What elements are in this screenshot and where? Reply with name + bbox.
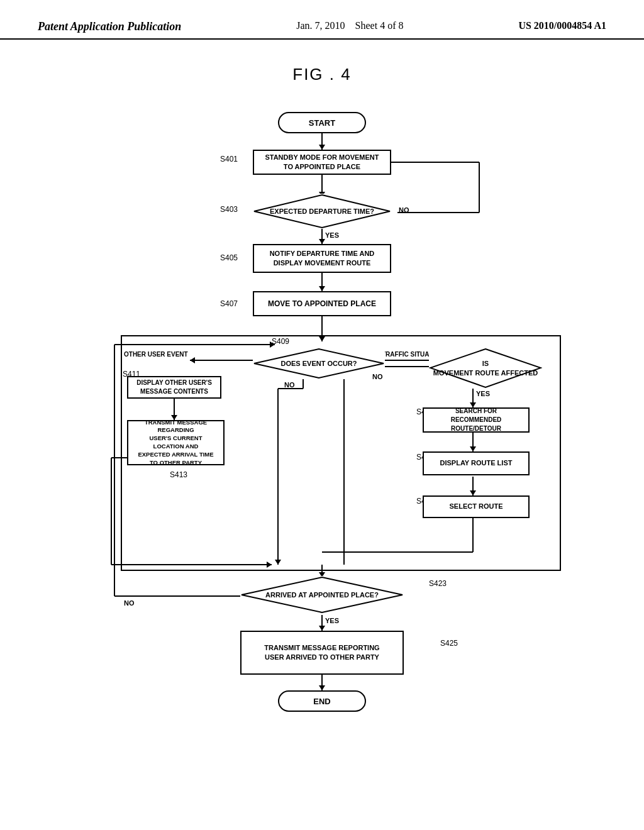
header-center: Jan. 7, 2010 Sheet 4 of 8 xyxy=(296,20,403,31)
page-header: Patent Application Publication Jan. 7, 2… xyxy=(0,0,644,40)
no-label-s423: NO xyxy=(124,599,135,607)
svg-marker-7 xyxy=(319,286,325,291)
s423-node: ARRIVED AT APPOINTED PLACE? xyxy=(240,576,404,614)
flowchart-container: START S401 STANDBY MODE FOR MOVEMENTTO A… xyxy=(64,99,580,822)
yes-label-s415: YES xyxy=(476,390,490,397)
s425-node: TRANSMIT MESSAGE REPORTINGUSER ARRIVED T… xyxy=(240,631,404,675)
publication-label: Patent Application Publication xyxy=(38,20,181,33)
diagram-area: FIG . 4 xyxy=(0,40,644,822)
step-s425-label: S425 xyxy=(440,639,458,648)
svg-marker-5 xyxy=(319,239,325,244)
svg-marker-45 xyxy=(319,626,325,631)
svg-marker-1 xyxy=(319,145,325,150)
other-user-event-label: OTHER USER EVENT xyxy=(124,351,188,358)
step-s409-label: S409 xyxy=(272,337,289,346)
yes-label-s403: YES xyxy=(325,231,339,239)
s421-node: SELECT ROUTE xyxy=(423,495,530,518)
s417-node: SEARCH FOR RECOMMENDEDROUTE/DETOUR xyxy=(423,407,530,433)
date-label: Jan. 7, 2010 xyxy=(296,20,345,31)
start-node: START xyxy=(278,112,366,133)
step-s401-label: S401 xyxy=(220,155,238,163)
s409-node: DOES EVENT OCCUR? xyxy=(253,348,385,379)
no-label-s403: NO xyxy=(399,206,409,214)
yes-label-s423: YES xyxy=(325,617,339,624)
no-label-s409: NO xyxy=(284,381,295,389)
s419-node: DISPLAY ROUTE LIST xyxy=(423,451,530,475)
no-label-s415: NO xyxy=(372,373,383,380)
step-s405-label: S405 xyxy=(220,253,238,262)
step-s407-label: S407 xyxy=(220,299,238,308)
sheet-label: Sheet 4 of 8 xyxy=(355,20,404,31)
patent-number: US 2010/0004854 A1 xyxy=(518,20,606,31)
step-s423-label: S423 xyxy=(429,579,447,588)
figure-title: FIG . 4 xyxy=(292,65,351,84)
end-node: END xyxy=(278,690,366,712)
s411-node: DISPLAY OTHER USER'SMESSAGE CONTENTS xyxy=(127,376,221,399)
s415-node: ISMOVEMENT ROUTE AFFECTED xyxy=(429,348,542,389)
s413-node: TRANSMIT MESSAGE REGARDINGUSER'S CURRENT… xyxy=(127,420,225,465)
s403-node: EXPECTED DEPARTURE TIME? xyxy=(253,194,391,229)
step-s413-label: S413 xyxy=(170,470,187,479)
s405-node: NOTIFY DEPARTURE TIME ANDDISPLAY MOVEMEN… xyxy=(253,244,391,273)
step-s403-label: S403 xyxy=(220,205,238,214)
s407-node: MOVE TO APPOINTED PLACE xyxy=(253,291,391,316)
svg-marker-47 xyxy=(319,685,325,690)
s401-node: STANDBY MODE FOR MOVEMENTTO APPOINTED PL… xyxy=(253,150,391,175)
